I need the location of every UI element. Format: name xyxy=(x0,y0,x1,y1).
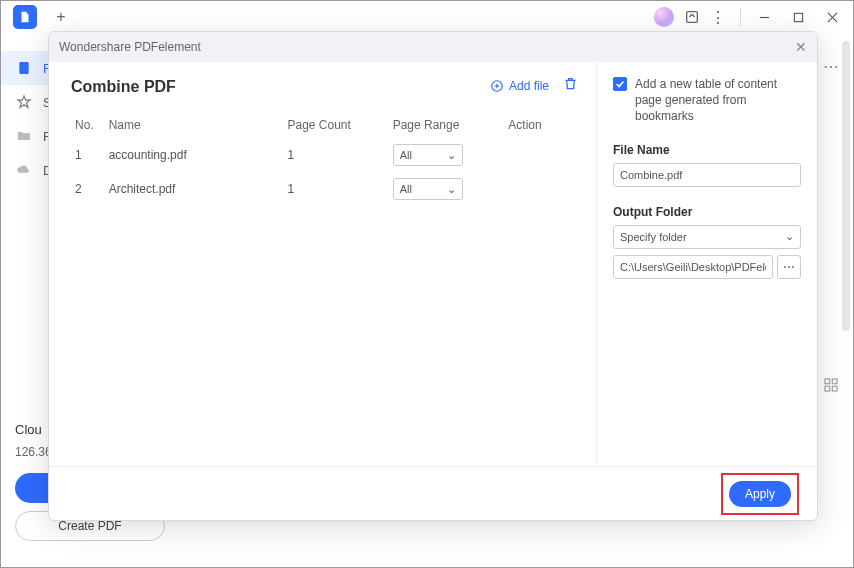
output-folder-value: Specify folder xyxy=(620,231,687,243)
cell-no: 1 xyxy=(71,138,105,172)
file-table: No. Name Page Count Page Range Action 1a… xyxy=(71,112,578,206)
col-no: No. xyxy=(71,112,105,138)
chevron-down-icon: ⌄ xyxy=(447,149,456,162)
chevron-down-icon: ⌄ xyxy=(447,183,456,196)
cell-page-count: 1 xyxy=(283,138,388,172)
table-row[interactable]: 2Architect.pdf1All⌄ xyxy=(71,172,578,206)
file-name-label: File Name xyxy=(613,143,801,157)
cell-name: Architect.pdf xyxy=(105,172,284,206)
add-file-label: Add file xyxy=(509,79,549,93)
browse-button[interactable]: ⋯ xyxy=(777,255,801,279)
page-range-select[interactable]: All⌄ xyxy=(393,178,463,200)
delete-button[interactable] xyxy=(563,76,578,95)
toc-checkbox[interactable] xyxy=(613,77,627,91)
col-action: Action xyxy=(504,112,578,138)
combine-pdf-dialog: Wondershare PDFelement ✕ Combine PDF Add… xyxy=(48,31,818,521)
cell-no: 2 xyxy=(71,172,105,206)
close-dialog-button[interactable]: ✕ xyxy=(795,39,807,55)
plus-circle-icon xyxy=(490,79,504,93)
add-file-button[interactable]: Add file xyxy=(490,79,549,93)
output-path-input[interactable] xyxy=(613,255,773,279)
chevron-down-icon: ⌄ xyxy=(785,230,794,243)
apply-highlight-box: Apply xyxy=(721,473,799,515)
col-name: Name xyxy=(105,112,284,138)
apply-button[interactable]: Apply xyxy=(729,481,791,507)
output-folder-select[interactable]: Specify folder ⌄ xyxy=(613,225,801,249)
toc-checkbox-label: Add a new table of content page generate… xyxy=(635,76,801,125)
dialog-title: Wondershare PDFelement xyxy=(59,40,201,54)
page-range-select[interactable]: All⌄ xyxy=(393,144,463,166)
dialog-titlebar: Wondershare PDFelement ✕ xyxy=(49,32,817,62)
file-name-input[interactable] xyxy=(613,163,801,187)
table-row[interactable]: 1accounting.pdf1All⌄ xyxy=(71,138,578,172)
col-page-range: Page Range xyxy=(389,112,505,138)
col-page-count: Page Count xyxy=(283,112,388,138)
cell-page-count: 1 xyxy=(283,172,388,206)
cell-name: accounting.pdf xyxy=(105,138,284,172)
output-folder-label: Output Folder xyxy=(613,205,801,219)
